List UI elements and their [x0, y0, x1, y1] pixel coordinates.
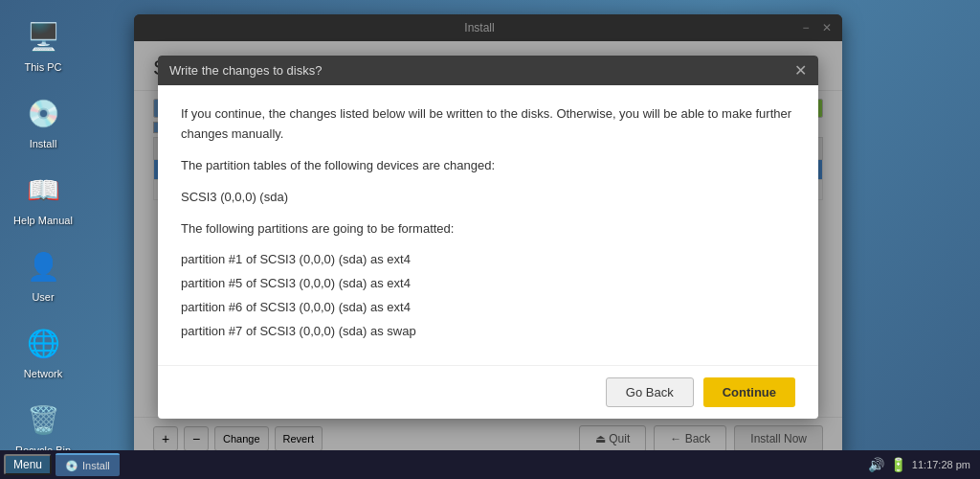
start-button[interactable]: Menu [4, 454, 52, 475]
dialog-title: Write the changes to disks? [169, 63, 322, 78]
this-pc-icon: 🖥️ [20, 13, 66, 59]
battery-icon[interactable]: 🔋 [890, 457, 906, 472]
dialog-overlay: Write the changes to disks? ✕ If you con… [134, 14, 842, 460]
write-changes-dialog: Write the changes to disks? ✕ If you con… [158, 56, 818, 418]
system-time: 11:17:28 pm [912, 459, 970, 470]
dialog-titlebar: Write the changes to disks? ✕ [158, 56, 818, 85]
dialog-message2: The partition tables of the following de… [181, 156, 795, 176]
desktop-icon-network[interactable]: 🌐 Network [5, 316, 81, 383]
desktop: 🖥️ This PC 💿 Install 📖 Help Manual 👤 Use… [0, 0, 980, 479]
taskbar-item-install[interactable]: 💿 Install [56, 453, 120, 476]
partition-info-4: partition #7 of SCSI3 (0,0,0) (sda) as s… [181, 322, 795, 342]
desktop-icon-install[interactable]: 💿 Install [5, 86, 81, 153]
partition-info-2: partition #5 of SCSI3 (0,0,0) (sda) as e… [181, 274, 795, 294]
recycle-bin-icon: 🗑️ [20, 397, 66, 443]
dialog-close-button[interactable]: ✕ [794, 61, 807, 80]
network-label: Network [24, 368, 62, 379]
dialog-message1: If you continue, the changes listed belo… [181, 104, 795, 145]
help-manual-label: Help Manual [13, 215, 73, 226]
desktop-icon-help-manual[interactable]: 📖 Help Manual [5, 163, 81, 230]
continue-button[interactable]: Continue [703, 377, 795, 407]
install-label: Install [30, 138, 57, 149]
user-icon: 👤 [20, 243, 66, 289]
taskbar-install-icon: 💿 [65, 460, 78, 472]
desktop-icon-user[interactable]: 👤 User [5, 240, 81, 307]
dialog-message3: The following partitions are going to be… [181, 219, 795, 240]
partition-info-3: partition #6 of SCSI3 (0,0,0) (sda) as e… [181, 298, 795, 318]
desktop-icon-this-pc[interactable]: 🖥️ This PC [5, 10, 81, 77]
dialog-body: If you continue, the changes listed belo… [158, 85, 818, 364]
help-manual-icon: 📖 [20, 167, 66, 213]
installer-window: Install − ✕ Something else [134, 14, 842, 460]
desktop-icons: 🖥️ This PC 💿 Install 📖 Help Manual 👤 Use… [0, 0, 86, 479]
install-icon: 💿 [20, 90, 66, 136]
dialog-footer: Go Back Continue [158, 365, 818, 419]
network-icon: 🌐 [20, 320, 66, 366]
go-back-button[interactable]: Go Back [606, 377, 694, 407]
volume-icon[interactable]: 🔊 [868, 457, 884, 472]
user-label: User [32, 291, 54, 303]
partition-info-1: partition #1 of SCSI3 (0,0,0) (sda) as e… [181, 250, 795, 270]
taskbar-tray: 🔊 🔋 11:17:28 pm [868, 457, 976, 472]
dialog-partitions: partition #1 of SCSI3 (0,0,0) (sda) as e… [181, 250, 795, 341]
this-pc-label: This PC [24, 61, 61, 73]
taskbar-install-label: Install [82, 460, 110, 471]
taskbar: Menu 💿 Install 🔊 🔋 11:17:28 pm [0, 450, 980, 479]
dialog-devices: SCSI3 (0,0,0) (sda) [181, 188, 795, 208]
